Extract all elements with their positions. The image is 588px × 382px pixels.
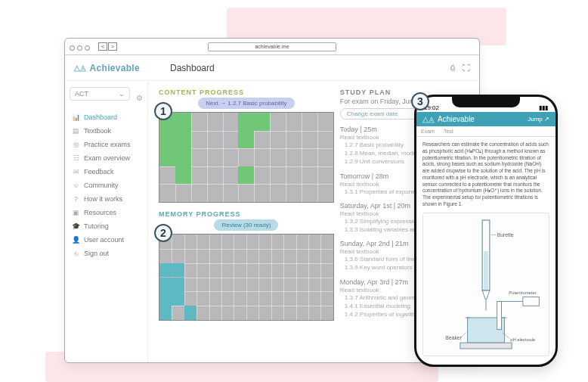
sidebar-item-tutoring[interactable]: 🎓Tutoring [70, 219, 143, 233]
grad-icon: 🎓 [72, 222, 80, 230]
sidebar-item-dashboard[interactable]: 📊Dashboard [70, 110, 143, 124]
question-icon: ? [72, 195, 80, 203]
phone-notch [452, 97, 520, 107]
logo-mark-icon: △◬ [422, 115, 435, 123]
battery-icon: ▮▮▮ [539, 104, 548, 111]
target-icon: ◎ [72, 141, 80, 148]
svg-text:pH electrode: pH electrode [510, 337, 535, 342]
sidebar-item-label: Tutoring [84, 222, 109, 230]
sidebar-item-feedback[interactable]: ✉Feedback [70, 165, 143, 179]
sidebar-item-practice-exams[interactable]: ◎Practice exams [70, 138, 143, 151]
sidebar-item-label: Exam overview [84, 154, 130, 162]
sidebar-item-label: Feedback [84, 168, 114, 175]
review-button[interactable]: Review (30 ready) [214, 219, 278, 231]
book-icon: ▤ [72, 127, 80, 135]
sidebar: ACT ⌄ ⚙ 📊Dashboard▤Textbook◎Practice exa… [65, 81, 148, 362]
phone-passage: Researchers can estimate the concentrati… [422, 141, 549, 208]
phone-tabs: Exam Test [416, 126, 556, 137]
phone-app-bar: △◬Achievable Jump ↗ [416, 112, 556, 126]
chevron-down-icon: ⌄ [119, 90, 125, 98]
print-icon[interactable]: ⎙ [450, 64, 455, 72]
url-bar[interactable]: achievable.me [208, 42, 336, 51]
jump-button[interactable]: Jump ↗ [528, 116, 549, 123]
sidebar-item-exam-overview[interactable]: ☷Exam overview [70, 151, 143, 165]
svg-text:Potentiometer: Potentiometer [509, 290, 536, 294]
chart-icon: 📊 [72, 113, 80, 121]
content-progress-title: CONTENT PROGRESS [159, 89, 244, 96]
sidebar-item-label: Textbook [84, 127, 111, 135]
page-title: Dashboard [170, 63, 215, 73]
user-icon: 👤 [72, 236, 80, 244]
memory-progress-card: MEMORY PROGRESS Review (30 ready) 2 [159, 210, 334, 321]
sidebar-item-user-account[interactable]: 👤User account [70, 233, 143, 247]
content-progress-chart[interactable] [159, 112, 334, 203]
memory-progress-chart[interactable] [159, 234, 334, 321]
sidebar-item-label: User account [84, 236, 124, 244]
callout-1: 1 [154, 102, 172, 120]
app-header: △◬ Achievable Dashboard ⎙ ⛶ [65, 55, 479, 81]
sidebar-item-label: Community [84, 182, 119, 189]
phone-mockup: 19:02 ▮▮▮ △◬Achievable Jump ↗ Exam Test … [414, 95, 558, 367]
sidebar-item-textbook[interactable]: ▤Textbook [70, 124, 143, 138]
sidebar-item-label: Dashboard [84, 113, 117, 121]
memory-progress-title: MEMORY PROGRESS [159, 210, 241, 218]
calendar-icon: ☷ [72, 154, 80, 162]
sidebar-item-community[interactable]: ☺Community [70, 179, 143, 192]
phone-tab-exam[interactable]: Exam [416, 126, 439, 136]
brand-name: Achievable [90, 63, 140, 73]
sidebar-item-how-it-works[interactable]: ?How it works [70, 192, 143, 206]
people-icon: ☺ [72, 182, 80, 189]
content-progress-card: CONTENT PROGRESS Next → 1.2.7 Basic prob… [159, 89, 334, 203]
svg-text:Burette: Burette [497, 231, 514, 237]
svg-marker-2 [482, 290, 490, 299]
svg-rect-1 [484, 251, 488, 290]
course-label: ACT [75, 90, 88, 98]
sidebar-item-sign-out[interactable]: ⎋Sign out [70, 247, 143, 260]
fullscreen-icon[interactable]: ⛶ [463, 64, 470, 72]
svg-rect-17 [460, 343, 512, 349]
folder-icon: ▣ [72, 209, 80, 216]
sidebar-item-label: Resources [84, 209, 116, 216]
svg-text:Beaker: Beaker [445, 335, 462, 340]
svg-rect-13 [523, 297, 539, 306]
course-select[interactable]: ACT ⌄ [70, 87, 130, 101]
phone-tab-test[interactable]: Test [439, 126, 458, 136]
nav-buttons[interactable]: <> [98, 42, 117, 51]
browser-chrome: <> achievable.me [65, 39, 479, 55]
sidebar-item-resources[interactable]: ▣Resources [70, 206, 143, 219]
callout-2: 2 [154, 224, 172, 242]
gear-icon[interactable]: ⚙ [136, 94, 143, 102]
sidebar-item-label: Sign out [84, 250, 109, 257]
callout-3: 3 [411, 92, 429, 110]
brand-logo[interactable]: △◬ Achievable [74, 63, 140, 73]
logo-mark-icon: △◬ [74, 64, 87, 72]
next-chapter-button[interactable]: Next → 1.2.7 Basic probability [198, 98, 294, 109]
phone-diagram: Burette Beaker Potentiometer pH electrod… [422, 213, 549, 356]
sidebar-item-label: How it works [84, 195, 122, 203]
sidebar-item-label: Practice exams [84, 141, 131, 148]
comment-icon: ✉ [72, 168, 80, 175]
svg-rect-11 [497, 301, 502, 329]
window-controls[interactable] [70, 40, 92, 54]
exit-icon: ⎋ [72, 250, 80, 257]
phone-brand: Achievable [438, 115, 475, 123]
